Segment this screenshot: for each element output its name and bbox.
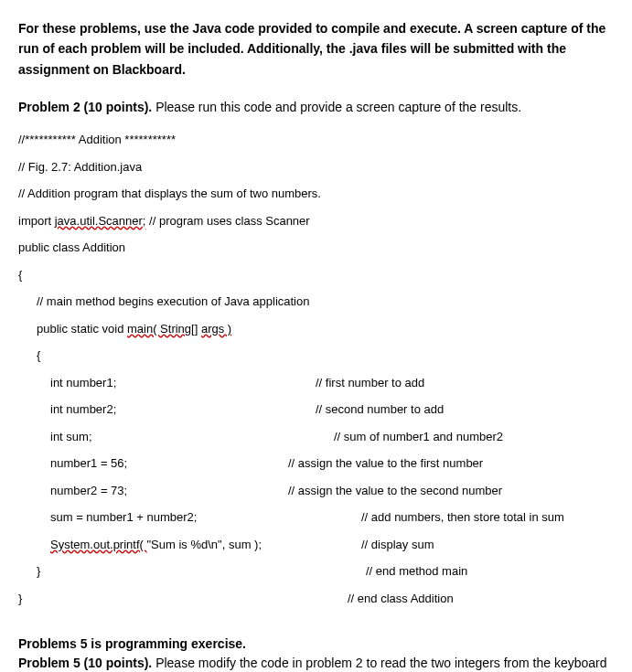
code-comment: // second number to add bbox=[316, 400, 444, 419]
code-comment: // assign the value to the second number bbox=[288, 482, 502, 500]
problem-2-header: Problem 2 (10 points). Please run this c… bbox=[18, 98, 614, 117]
code-comment-fig: // Fig. 2.7: Addition.java bbox=[18, 158, 614, 176]
problem-5-section: Problems 5 is programming exercise. Prob… bbox=[18, 635, 614, 672]
code-var-sum: int sum; // sum of number1 and number2 bbox=[18, 428, 614, 446]
code-text: import bbox=[18, 214, 55, 228]
code-import: import java.util.Scanner; // program use… bbox=[18, 212, 614, 230]
code-class-decl: public class Addition bbox=[18, 239, 614, 257]
code-comment: // first number to add bbox=[316, 374, 424, 392]
problem-5-title: Problem 5 (10 points). bbox=[18, 656, 152, 670]
code-comment-main: // main method begins execution of Java … bbox=[18, 293, 614, 311]
code-brace-close-inner: } // end method main bbox=[18, 562, 614, 581]
code-text: number1 = 56; bbox=[50, 454, 288, 473]
code-comment: // display sum bbox=[361, 536, 434, 554]
code-wavy-printf: System.out.printf( bbox=[50, 538, 146, 551]
code-comment: // end method main bbox=[366, 562, 467, 581]
code-text: } bbox=[18, 590, 348, 608]
code-brace-open-inner: { bbox=[18, 347, 614, 365]
code-brace-close: } // end class Addition bbox=[18, 590, 614, 608]
code-comment: // add numbers, then store total in sum bbox=[361, 508, 564, 527]
code-text: System.out.printf( "Sum is %d\n", sum ); bbox=[50, 536, 361, 554]
code-var-number2: int number2; // second number to add bbox=[18, 400, 614, 419]
code-comment-header: //*********** Addition *********** bbox=[18, 131, 614, 149]
code-text: int number1; bbox=[50, 374, 316, 392]
code-wavy-args: args ) bbox=[201, 322, 231, 336]
code-var-number1: int number1; // first number to add bbox=[18, 374, 614, 392]
code-comment-desc: // Addition program that displays the su… bbox=[18, 185, 614, 203]
code-text: public static void bbox=[37, 322, 127, 336]
code-text: "Sum is %d\n", sum ); bbox=[146, 538, 262, 551]
problem-5-header: Problem 5 (10 points). Please modify the… bbox=[18, 654, 614, 672]
problem-2-desc: Please run this code and provide a scree… bbox=[152, 100, 521, 114]
code-text: sum = number1 + number2; bbox=[50, 508, 361, 527]
code-text: } bbox=[37, 562, 366, 581]
code-text: number2 = 73; bbox=[50, 482, 288, 500]
problem-2-title: Problem 2 (10 points). bbox=[18, 100, 152, 114]
code-sum-calc: sum = number1 + number2; // add numbers,… bbox=[18, 508, 614, 527]
code-wavy-import: java.util.Scanner; bbox=[55, 214, 146, 228]
code-comment: // sum of number1 and number2 bbox=[334, 428, 503, 446]
code-main-decl: public static void main( String[] args ) bbox=[18, 320, 614, 338]
code-comment: // end class Addition bbox=[348, 590, 454, 608]
assignment-instructions: For these problems, use the Java code pr… bbox=[18, 18, 614, 80]
code-brace-open: { bbox=[18, 266, 614, 284]
code-printf: System.out.printf( "Sum is %d\n", sum );… bbox=[18, 536, 614, 554]
code-text: int sum; bbox=[50, 428, 334, 446]
code-text: int number2; bbox=[50, 400, 316, 419]
code-wavy-main: main( String[] bbox=[127, 322, 198, 336]
code-text: // program uses class Scanner bbox=[145, 214, 309, 228]
problem-5-intro: Problems 5 is programming exercise. bbox=[18, 635, 614, 654]
code-comment: // assign the value to the first number bbox=[288, 454, 483, 473]
code-assign-number2: number2 = 73; // assign the value to the… bbox=[18, 482, 614, 500]
code-assign-number1: number1 = 56; // assign the value to the… bbox=[18, 454, 614, 473]
